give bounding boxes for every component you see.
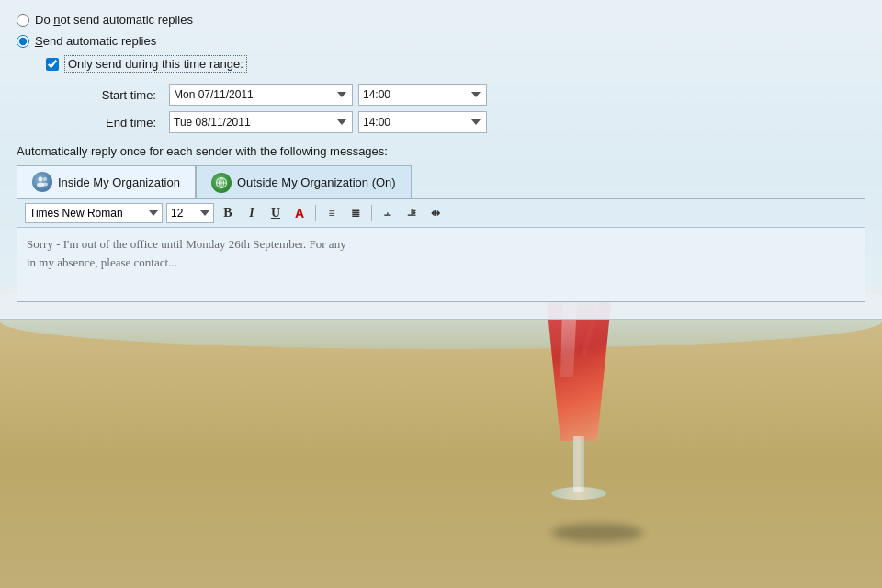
tab-inside-org[interactable]: Inside My Organization xyxy=(17,165,196,198)
editor-content-area[interactable]: Sorry - I'm out of the office until Mond… xyxy=(17,228,865,301)
cocktail-glass xyxy=(533,294,625,533)
bullet-list-button[interactable]: ≡ xyxy=(322,203,342,223)
radio-no-reply-label: Do not send automatic replies xyxy=(35,13,193,27)
font-color-button[interactable]: A xyxy=(289,203,310,223)
toolbar-separator-2 xyxy=(371,205,372,221)
align-left-button[interactable]: ⫠ xyxy=(378,203,398,223)
org-tabs: Inside My Organization Outside My Organi… xyxy=(17,165,865,198)
font-family-select[interactable]: Times New Roman Arial Calibri xyxy=(25,203,163,223)
auto-reply-description: Automatically reply once for each sender… xyxy=(17,144,865,158)
checkbox-time-range[interactable] xyxy=(46,58,59,71)
underline-s: S xyxy=(35,34,43,48)
message-editor: Times New Roman Arial Calibri 12 10 14 1… xyxy=(17,198,865,302)
editor-toolbar: Times New Roman Arial Calibri 12 10 14 1… xyxy=(17,199,865,228)
underline-button[interactable]: U xyxy=(266,203,286,223)
svg-point-3 xyxy=(42,183,48,187)
start-date-select[interactable]: Mon 07/11/2011 xyxy=(169,84,353,106)
align-columns-button[interactable]: ⇹ xyxy=(425,203,446,223)
radio-row-no-reply: Do not send automatic replies xyxy=(17,13,865,27)
radio-row-send-reply: Send automatic replies xyxy=(17,34,865,48)
globe-icon xyxy=(215,176,228,189)
people-icon xyxy=(36,175,49,188)
start-time-label: Start time: xyxy=(53,88,164,102)
radio-send-reply[interactable] xyxy=(17,35,29,48)
numbered-list-button[interactable]: ≣ xyxy=(345,203,366,223)
italic-button[interactable]: I xyxy=(242,203,262,223)
inside-org-icon xyxy=(32,172,52,192)
end-time-select[interactable]: 14:00 xyxy=(358,111,487,133)
automatic-replies-dialog: Do not send automatic replies Send autom… xyxy=(0,0,882,320)
align-right-button[interactable]: ⫡ xyxy=(401,203,422,223)
bold-button[interactable]: B xyxy=(218,203,238,223)
svg-point-2 xyxy=(43,177,47,181)
svg-point-0 xyxy=(39,177,43,182)
checkbox-row-time-range: Only send during this time range: xyxy=(46,55,865,73)
tab-outside-label: Outside My Organization (On) xyxy=(237,175,396,189)
toolbar-separator-1 xyxy=(315,205,316,221)
end-time-label: End time: xyxy=(53,116,164,130)
radio-no-reply[interactable] xyxy=(17,14,29,27)
underline-n: n xyxy=(53,13,60,27)
tab-outside-org[interactable]: Outside My Organization (On) xyxy=(196,165,412,198)
time-range-grid: Start time: Mon 07/11/2011 14:00 End tim… xyxy=(53,84,865,133)
glass-base xyxy=(551,487,606,500)
end-date-select[interactable]: Tue 08/11/2011 xyxy=(169,111,353,133)
radio-send-reply-label: Send automatic replies xyxy=(35,34,156,48)
tab-inside-label: Inside My Organization xyxy=(58,175,180,189)
start-time-select[interactable]: 14:00 xyxy=(358,84,487,106)
glass-stem xyxy=(573,436,584,492)
outside-org-icon xyxy=(211,173,232,193)
font-size-select[interactable]: 12 10 14 16 xyxy=(166,203,214,223)
checkbox-time-range-label: Only send during this time range: xyxy=(64,55,247,73)
